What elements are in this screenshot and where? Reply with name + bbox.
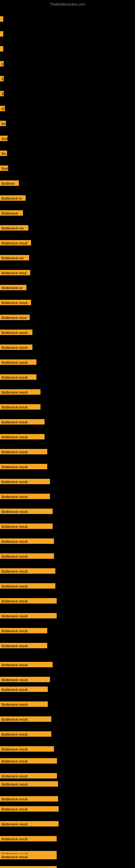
bottleneck-result-item: Bottleneck result: [0, 524, 53, 529]
bottleneck-result-item: Bottleneck result: [0, 702, 48, 707]
bottleneck-result-item: Bottlene: [0, 180, 19, 186]
bottleneck-result-item: Bottleneck result: [0, 419, 45, 425]
bottleneck-result-item: Bottleneck result: [0, 330, 32, 335]
bottleneck-result-item: Bottleneck result: [0, 240, 31, 246]
bottleneck-result-item: Bottleneck result: [0, 677, 50, 682]
bottleneck-result-item: Bottleneck result: [0, 806, 58, 812]
bottleneck-result-item: E: [0, 76, 4, 82]
bottleneck-result-item: Bottleneck result: [0, 568, 55, 574]
bottleneck-result-item: Bottleneck re: [0, 285, 27, 290]
bottleneck-result-item: Bottleneck result: [0, 613, 57, 618]
bottleneck-result-item: Bottleneck result: [0, 866, 57, 868]
bottleneck-result-item: Bottleneck resul: [0, 270, 30, 275]
bottleneck-result-item: Bottleneck res: [0, 255, 29, 260]
bottleneck-result-item: Bottleneck result: [0, 553, 54, 559]
bottleneck-result-item: Bottleneck result: [0, 389, 41, 395]
bottleneck-result-item: Bottleneck result: [0, 583, 55, 589]
bottleneck-result-item: Bottleneck result: [0, 686, 48, 692]
bottleneck-result-item: [0, 16, 3, 22]
bottleneck-result-item: Bott: [0, 165, 8, 171]
site-title: TheBottlenecker.com: [50, 2, 85, 6]
bottleneck-result-item: B: [0, 106, 5, 111]
bottleneck-result-item: Bottleneck result: [0, 344, 32, 350]
bottleneck-result-item: Bottleneck result: [0, 479, 50, 484]
bottleneck-result-item: Bottleneck re: [0, 195, 26, 201]
bottleneck-result-item: Bottleneck result: [0, 746, 54, 752]
bottleneck-result-item: Bottleneck: [0, 210, 23, 216]
bottleneck-result-item: Bottleneck result: [0, 643, 47, 648]
bottleneck-result-item: Bottleneck result: [0, 434, 45, 439]
bottleneck-result-item: Bottleneck result: [0, 836, 57, 841]
bottleneck-result-item: Bottleneck result: [0, 494, 50, 499]
bottleneck-result-item: Bottleneck result: [0, 360, 37, 365]
bottleneck-result-item: Bottleneck result: [0, 598, 57, 603]
bottleneck-result-item: Bottleneck result: [0, 731, 51, 737]
bottleneck-result-item: Bottleneck res: [0, 225, 28, 230]
bottleneck-result-item: Bottleneck result: [0, 773, 57, 778]
bottleneck-result-item: Bo: [0, 151, 7, 156]
bottleneck-result-item: Bottleneck result: [0, 538, 54, 544]
bottleneck-result-item: Bottleneck result: [0, 854, 57, 859]
bottleneck-result-item: Bottleneck result: [0, 662, 53, 667]
bottleneck-result-item: Bott: [0, 135, 8, 141]
bottleneck-result-item: E: [0, 91, 4, 96]
bottleneck-result-item: Bottleneck result: [0, 716, 51, 722]
bottleneck-result-item: Bottleneck result: [0, 758, 57, 764]
bottleneck-result-item: Bottleneck result: [0, 628, 47, 633]
bottleneck-result-item: Bottleneck result: [0, 508, 53, 514]
bottleneck-result-item: E: [0, 61, 4, 66]
bottleneck-result-item: Bottleneck result: [0, 374, 37, 380]
bottleneck-result-item: Bottleneck result: [0, 449, 47, 454]
bottleneck-result-item: [0, 31, 3, 37]
bottleneck-result-item: Bottleneck result: [0, 404, 41, 410]
bottleneck-result-item: [0, 46, 3, 52]
bottleneck-result-item: Bottleneck result: [0, 821, 58, 827]
bottleneck-result-item: Bottleneck result: [0, 300, 31, 305]
bottleneck-result-item: Bo: [0, 121, 6, 126]
bottleneck-result-item: Bottleneck resul: [0, 315, 30, 320]
bottleneck-result-item: Bottleneck result: [0, 796, 58, 802]
bottleneck-result-item: Bottleneck result: [0, 464, 47, 469]
bottleneck-result-item: Bottleneck result: [0, 781, 58, 786]
